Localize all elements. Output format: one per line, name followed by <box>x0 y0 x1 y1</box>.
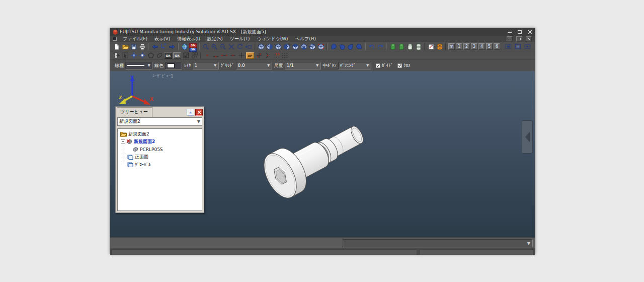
snap-ap-button[interactable]: AP <box>246 52 254 59</box>
undo-icon[interactable] <box>367 43 376 51</box>
scale-select[interactable]: 1/1▼ <box>285 62 321 69</box>
snap-endpoint-icon[interactable] <box>220 51 228 59</box>
solid-outline-icon-2[interactable] <box>414 43 423 51</box>
zoom-out-icon[interactable] <box>218 43 227 51</box>
new-file-icon[interactable] <box>112 43 121 51</box>
view-center-icon[interactable] <box>523 43 532 51</box>
view-cube-icon-2[interactable] <box>265 43 274 51</box>
view-cube-icon-6[interactable] <box>299 43 308 51</box>
view-direction-icon-4[interactable] <box>355 43 363 51</box>
redo-icon[interactable] <box>376 43 384 51</box>
memory-button-6[interactable]: 6 <box>494 43 500 50</box>
print-icon[interactable] <box>138 43 146 51</box>
tree-item-root[interactable]: 新規図面2 <box>118 130 202 138</box>
multi-box-icon[interactable] <box>190 51 199 59</box>
view-cube-icon-3[interactable] <box>274 43 282 51</box>
snap-midpoint-icon[interactable] <box>228 51 237 59</box>
view-cube-icon-8[interactable] <box>316 43 325 51</box>
solid-green-icon-1[interactable] <box>388 43 397 51</box>
snap-grid-icon[interactable] <box>280 51 289 59</box>
memory-button-5[interactable]: 5 <box>486 43 493 50</box>
memory-button-4[interactable]: 4 <box>478 43 485 50</box>
view-cube-icon-4[interactable] <box>282 43 291 51</box>
view-cube-icon-5[interactable] <box>291 43 299 51</box>
command-combobox[interactable]: ▼ <box>343 239 533 247</box>
snap-intersection-icon[interactable] <box>255 51 263 59</box>
move-part-icon[interactable] <box>129 51 138 59</box>
save-icon[interactable] <box>129 43 138 51</box>
menu-settings[interactable]: 設定(S) <box>204 36 226 42</box>
memory-button-1[interactable]: 1 <box>456 43 462 50</box>
box-arrow-icon[interactable] <box>182 51 190 59</box>
mdi-restore-icon[interactable] <box>516 36 522 41</box>
titlebar: FUJITSU Manufacturing Industry Solution … <box>110 28 535 36</box>
memory-button-2[interactable]: 2 <box>463 43 470 50</box>
exit-command-icon[interactable] <box>112 51 121 59</box>
maximize-icon[interactable] <box>518 30 522 34</box>
snap-free-point-icon[interactable] <box>203 51 211 59</box>
drawing-viewport[interactable]: Y X Z ﾕｰｻﾞﾋﾞｭｰ1 <box>110 71 535 237</box>
drawing-selector[interactable]: 新規図面2 ▼ <box>117 117 202 126</box>
view-cube-icon-1[interactable] <box>257 43 265 51</box>
tree-item-part[interactable]: PCRLP05S <box>118 146 202 153</box>
panel-expand-tab[interactable] <box>522 120 533 154</box>
group-dark-button[interactable]: GR <box>164 52 172 59</box>
snap-grid-pitch-icon[interactable]: 10 <box>272 51 280 59</box>
linecolor-select[interactable] <box>165 62 182 69</box>
polygon-icon[interactable] <box>146 51 155 59</box>
layer-select[interactable]: 1▼ <box>193 62 219 69</box>
view-direction-icon-1[interactable] <box>329 43 338 51</box>
menu-file[interactable]: ファイル(F) <box>119 36 151 42</box>
group-button[interactable]: GR <box>173 52 181 59</box>
menu-tools[interactable]: ツール(T) <box>226 36 254 42</box>
memory-button-m[interactable]: m <box>448 43 455 50</box>
view-window-icon[interactable] <box>514 43 522 51</box>
select-cursor-icon[interactable] <box>121 51 129 59</box>
mdi-minimize-icon[interactable] <box>507 36 513 41</box>
snap-arc-icon[interactable] <box>263 51 272 59</box>
cross-checkbox[interactable]: ｸﾛｽ <box>397 63 411 68</box>
menu-info[interactable]: 情報表示(I) <box>174 36 204 42</box>
panel-close-icon[interactable] <box>195 109 203 116</box>
close-icon[interactable] <box>528 30 532 34</box>
zoom-in-icon[interactable] <box>210 43 218 51</box>
redraw-icon[interactable] <box>235 43 244 51</box>
torus-stack-icon[interactable] <box>435 43 444 51</box>
menu-help[interactable]: ヘルプ(H) <box>292 36 319 42</box>
zoom-previous-icon[interactable] <box>244 43 253 51</box>
zoom-icon[interactable] <box>201 43 210 51</box>
solid-green-icon-2[interactable] <box>397 43 406 51</box>
view-cube-icon-7[interactable] <box>308 43 316 51</box>
panel-collapse-icon[interactable]: « <box>187 109 194 116</box>
open-file-icon[interactable] <box>121 43 129 51</box>
middle-button-select[interactable]: ﾊﾟﾝﾆﾝｸﾞ▼ <box>338 62 371 69</box>
back-arrow-icon[interactable] <box>150 43 159 51</box>
forward-arrow-icon[interactable] <box>168 43 176 51</box>
child-window-icon[interactable] <box>113 37 117 41</box>
copy-part-icon[interactable] <box>138 51 146 59</box>
mdi-close-icon[interactable] <box>526 36 532 41</box>
drafting-sheet-icon[interactable] <box>427 43 435 51</box>
view-direction-icon-2[interactable] <box>338 43 346 51</box>
branch-arrows-icon[interactable] <box>159 43 168 51</box>
mode-2d3d-icon[interactable]: 2D3D <box>189 43 197 51</box>
snap-on-element-icon[interactable] <box>211 51 220 59</box>
menu-view[interactable]: 表示(V) <box>151 36 174 42</box>
solid-outline-icon-1[interactable] <box>406 43 414 51</box>
linetype-select[interactable]: ▼ <box>125 62 152 69</box>
tree-item-front-view[interactable]: 正面図 <box>118 153 202 161</box>
tree-item-global[interactable]: ｸﾞﾛｰﾊﾞﾙ <box>118 161 202 168</box>
grid-select[interactable]: 0.0▼ <box>236 62 272 69</box>
view-pan-icon[interactable] <box>504 43 513 51</box>
snap-center-icon[interactable] <box>237 51 246 59</box>
minimize-icon[interactable] <box>508 32 512 33</box>
menu-window[interactable]: ウィンドウ(W) <box>254 36 292 42</box>
collapse-expander-icon[interactable] <box>121 139 125 144</box>
tree-item-drawing[interactable]: 新規図面2 <box>118 138 202 146</box>
memory-button-3[interactable]: 3 <box>471 43 477 50</box>
guide-checkbox[interactable]: ｶﾞｲﾄﾞ <box>376 63 393 68</box>
zoom-extent-icon[interactable] <box>227 43 235 51</box>
attach-icon[interactable] <box>155 51 164 59</box>
globe-icon[interactable] <box>180 43 189 51</box>
view-direction-icon-3[interactable] <box>346 43 355 51</box>
